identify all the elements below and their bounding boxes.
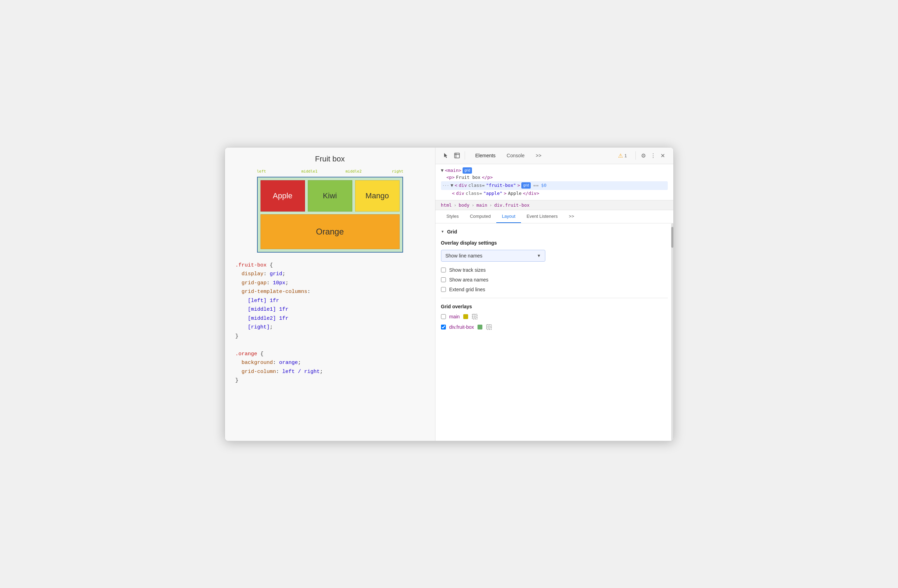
fruit-box-overlay-label: div.fruit-box [449, 324, 474, 330]
checkbox-extend-grid-lines: Extend grid lines [441, 287, 668, 292]
tab-layout[interactable]: Layout [496, 210, 521, 223]
dom-line-fruit-box[interactable]: ··· ▼ < div class= "fruit-box" > grid ==… [441, 181, 668, 190]
fruit-box-overlay-checkbox[interactable] [441, 325, 446, 329]
breadcrumb-main[interactable]: main [477, 203, 487, 208]
overlay-row-fruit-box: div.fruit-box [441, 324, 668, 330]
devtools-toolbar: Elements Console >> ⚠ 1 ⚙ ⋮ ✕ [435, 148, 674, 164]
main-overlay-checkbox[interactable] [441, 314, 446, 319]
cell-orange: Orange [260, 214, 400, 249]
show-line-names-dropdown[interactable]: Show line names Show line numbers Hide l… [441, 250, 545, 262]
grid-line-labels: left middle1 middle2 right [257, 169, 403, 176]
inspect-icon[interactable] [452, 151, 462, 160]
overlay-settings: Overlay display settings Show line names… [441, 240, 668, 292]
svg-rect-6 [487, 325, 491, 329]
overlay-settings-title: Overlay display settings [441, 240, 668, 246]
layout-content: ▼ Grid Overlay display settings Show lin… [435, 223, 674, 441]
grid-demo: left middle1 middle2 right Apple Kiwi Ma… [257, 169, 403, 252]
dom-breadcrumb: html › body › main › div.fruit-box [435, 200, 674, 210]
warning-icon: ⚠ [618, 152, 623, 159]
cell-kiwi: Kiwi [308, 180, 352, 212]
area-names-checkbox[interactable] [441, 277, 446, 282]
panel-tabs: Styles Computed Layout Event Listeners >… [435, 210, 674, 223]
grid-overlays-title: Grid overlays [441, 304, 668, 309]
cursor-icon[interactable] [441, 151, 451, 160]
grid-section-header: ▼ Grid [441, 229, 668, 234]
scrollbar[interactable] [671, 223, 674, 441]
tab-more[interactable]: >> [531, 151, 546, 160]
dom-line-apple[interactable]: < div class= "apple" > Apple </div> [441, 190, 668, 197]
tab-event-listeners[interactable]: Event Listeners [521, 210, 563, 223]
main-grid-icon[interactable] [472, 314, 478, 320]
chevron-down-icon: ▼ [441, 229, 444, 234]
breadcrumb-div-fruitbox[interactable]: div.fruit-box [494, 203, 530, 208]
page-title: Fruit box [232, 154, 428, 163]
cell-mango: Mango [355, 180, 400, 212]
expand-more-icon: ··· [442, 183, 449, 189]
extend-grid-lines-label[interactable]: Extend grid lines [449, 287, 486, 292]
left-panel: Fruit box left middle1 middle2 right App… [225, 148, 435, 441]
checkbox-show-track-sizes: Show track sizes [441, 267, 668, 273]
divider-1 [464, 151, 465, 160]
svg-rect-0 [455, 153, 460, 158]
divider [441, 298, 668, 298]
track-sizes-label[interactable]: Show track sizes [449, 267, 486, 273]
label-right: right [392, 169, 403, 174]
label-middle1: middle1 [301, 169, 318, 174]
dom-line-p[interactable]: <p> Fruit box </p> [441, 174, 668, 181]
cell-apple: Apple [260, 180, 305, 212]
tab-styles[interactable]: Styles [441, 210, 464, 223]
overlay-row-main: main [441, 314, 668, 320]
close-devtools-icon[interactable]: ✕ [658, 151, 668, 160]
grid-badge-main[interactable]: grid [463, 167, 472, 174]
fruit-grid: Apple Kiwi Mango Orange [257, 177, 403, 252]
scrollbar-thumb[interactable] [671, 227, 674, 248]
devtools-panel: Elements Console >> ⚠ 1 ⚙ ⋮ ✕ ▼ <main> [435, 148, 674, 441]
dom-line-main[interactable]: ▼ <main> grid [441, 167, 668, 174]
main-overlay-label: main [449, 314, 460, 319]
tab-more-panels[interactable]: >> [563, 210, 580, 223]
grid-badge-fruitbox[interactable]: grid [521, 182, 531, 189]
css-rule-2: .orange { background: orange; grid-colum… [235, 350, 424, 385]
line-names-select[interactable]: Show line names Show line numbers Hide l… [441, 250, 545, 262]
track-sizes-checkbox[interactable] [441, 268, 446, 272]
devtools-main-tabs: Elements Console >> [471, 151, 546, 160]
grid-section-title: Grid [447, 229, 457, 234]
more-options-icon[interactable]: ⋮ [648, 151, 658, 160]
breadcrumb-body[interactable]: body [459, 203, 469, 208]
label-left: left [257, 169, 266, 174]
fruit-box-grid-icon[interactable] [486, 324, 492, 330]
tab-console[interactable]: Console [502, 151, 529, 160]
tab-computed[interactable]: Computed [464, 210, 496, 223]
tab-elements[interactable]: Elements [471, 151, 500, 160]
svg-rect-1 [472, 314, 477, 319]
checkbox-show-area-names: Show area names [441, 277, 668, 283]
divider-2 [635, 151, 636, 160]
fruit-box-color-swatch [478, 325, 482, 329]
dropdown-wrapper: Show line names Show line numbers Hide l… [441, 250, 668, 262]
css-rule-1: .fruit-box { display: grid; grid-gap: 10… [235, 261, 424, 341]
main-color-swatch [463, 314, 468, 319]
area-names-label[interactable]: Show area names [449, 277, 489, 283]
label-middle2: middle2 [346, 169, 362, 174]
warning-badge[interactable]: ⚠ 1 [618, 152, 627, 159]
dom-tree: ▼ <main> grid <p> Fruit box </p> ··· ▼ <… [435, 164, 674, 200]
browser-window: Fruit box left middle1 middle2 right App… [224, 147, 674, 441]
grid-overlays-section: Grid overlays main [441, 304, 668, 330]
settings-gear-icon[interactable]: ⚙ [638, 151, 648, 160]
css-code-block: .fruit-box { display: grid; grid-gap: 10… [232, 261, 428, 385]
extend-grid-lines-checkbox[interactable] [441, 287, 446, 292]
breadcrumb-html[interactable]: html [441, 203, 452, 208]
